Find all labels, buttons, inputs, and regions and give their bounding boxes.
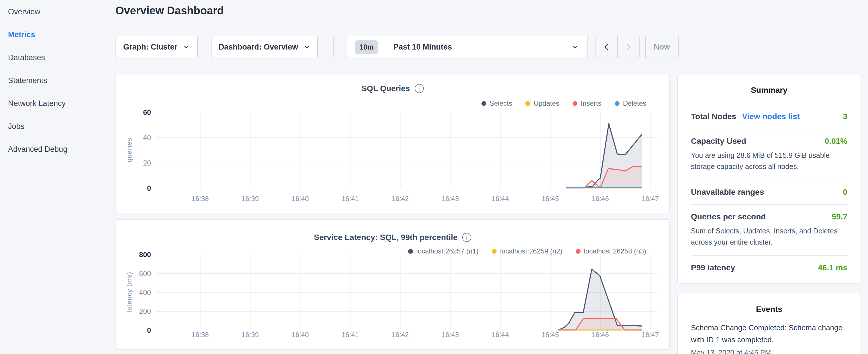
svg-text:400: 400 <box>139 288 151 296</box>
summary-row-description: You are using 28.6 MiB of 515.9 GiB usab… <box>691 150 847 172</box>
page-title: Overview Dashboard <box>116 5 224 17</box>
svg-text:60: 60 <box>143 108 151 116</box>
legend-item[interactable]: Inserts <box>572 99 601 107</box>
legend-label: Updates <box>534 99 559 107</box>
legend-dot-icon <box>525 101 530 106</box>
info-icon[interactable] <box>462 233 471 242</box>
svg-text:16:43: 16:43 <box>442 331 459 339</box>
graph-dropdown-label: Graph: Cluster <box>123 43 177 52</box>
service-latency-chart-card: Service Latency: SQL, 99th percentile lo… <box>116 219 670 350</box>
legend-item[interactable]: Deletes <box>615 99 646 107</box>
event-message: Schema Change Completed: Schema change w… <box>691 322 847 346</box>
svg-text:16:40: 16:40 <box>292 195 309 202</box>
summary-title: Summary <box>678 86 861 95</box>
events-panel: Events Schema Change Completed: Schema c… <box>677 293 861 354</box>
sidebar-item-jobs[interactable]: Jobs <box>8 122 115 131</box>
legend-label: localhost:26258 (n3) <box>584 247 646 255</box>
summary-row-p99-latency: P99 latency 46.1 ms <box>691 255 847 280</box>
view-nodes-list-link[interactable]: View nodes list <box>742 112 800 121</box>
chevron-down-icon <box>183 43 190 51</box>
legend-dot-icon <box>576 249 581 254</box>
summary-row-unavailable-ranges: Unavailable ranges 0 <box>691 180 847 204</box>
svg-text:16:47: 16:47 <box>642 331 659 339</box>
sidebar-item-databases[interactable]: Databases <box>8 53 115 62</box>
info-icon[interactable] <box>415 84 424 93</box>
summary-row-label: Capacity Used <box>691 137 746 146</box>
sidebar-item-metrics[interactable]: Metrics <box>8 30 115 39</box>
svg-text:16:45: 16:45 <box>541 195 559 202</box>
controls-divider <box>333 37 334 57</box>
sidebar-item-statements[interactable]: Statements <box>8 76 115 85</box>
summary-row-capacity-used: Capacity Used 0.01% You are using 28.6 M… <box>691 129 847 180</box>
events-title: Events <box>678 305 861 314</box>
legend-item[interactable]: localhost:26259 (n2) <box>492 247 562 255</box>
time-range-badge: 10m <box>355 40 378 54</box>
time-step-back-button[interactable] <box>596 36 617 58</box>
chart-plot[interactable]: 16:3816:3916:4016:4116:4216:4316:4416:45… <box>116 74 669 213</box>
svg-text:16:39: 16:39 <box>242 331 259 339</box>
time-range-dropdown[interactable]: 10m Past 10 Minutes <box>346 36 588 58</box>
time-step-forward-button[interactable] <box>617 36 639 58</box>
svg-text:0: 0 <box>147 326 151 334</box>
summary-row-total-nodes: Total Nodes View nodes list 3 <box>691 104 847 129</box>
summary-row-value: 0 <box>843 188 847 197</box>
dashboard-dropdown-label: Dashboard: Overview <box>219 43 298 52</box>
dashboard-dropdown[interactable]: Dashboard: Overview <box>212 36 318 58</box>
sidebar-item-advanced-debug[interactable]: Advanced Debug <box>8 145 115 154</box>
legend-dot-icon <box>492 249 497 254</box>
chevron-right-icon <box>624 42 633 52</box>
sidebar-item-overview[interactable]: Overview <box>8 7 115 16</box>
legend-dot-icon <box>615 101 620 106</box>
summary-row-description: Sum of Selects, Updates, Inserts, and De… <box>691 225 847 248</box>
now-button-label: Now <box>654 43 670 52</box>
summary-row-value: 46.1 ms <box>818 263 847 272</box>
svg-text:20: 20 <box>143 159 151 167</box>
legend-label: Selects <box>490 99 513 107</box>
svg-text:16:40: 16:40 <box>292 331 309 339</box>
svg-text:16:46: 16:46 <box>592 331 609 339</box>
svg-text:16:42: 16:42 <box>392 195 409 202</box>
summary-panel: Summary Total Nodes View nodes list 3 Ca… <box>677 74 861 284</box>
summary-row-label: Total Nodes <box>691 112 736 121</box>
legend-dot-icon <box>572 101 578 106</box>
svg-text:16:41: 16:41 <box>342 195 359 202</box>
svg-text:16:38: 16:38 <box>192 195 209 202</box>
legend-dot-icon <box>482 101 486 106</box>
svg-text:16:39: 16:39 <box>242 195 259 202</box>
svg-text:16:42: 16:42 <box>392 331 409 339</box>
legend-label: localhost:26257 (n1) <box>416 247 478 255</box>
time-step-buttons <box>595 36 640 58</box>
svg-text:16:44: 16:44 <box>492 331 509 339</box>
legend-item[interactable]: localhost:26258 (n3) <box>576 247 646 255</box>
summary-row-label: Queries per second <box>691 212 766 221</box>
summary-row-value: 3 <box>843 112 847 121</box>
time-range-label: Past 10 Minutes <box>394 43 452 52</box>
svg-text:16:38: 16:38 <box>192 331 209 339</box>
legend-item[interactable]: localhost:26257 (n1) <box>408 247 478 255</box>
svg-text:0: 0 <box>147 184 151 192</box>
chart-title: SQL Queries <box>361 84 410 93</box>
svg-text:200: 200 <box>139 307 151 315</box>
sidebar-item-network-latency[interactable]: Network Latency <box>8 99 115 108</box>
svg-text:16:47: 16:47 <box>642 195 659 202</box>
svg-text:40: 40 <box>143 133 151 141</box>
event-list-item[interactable]: Schema Change Completed: Schema change w… <box>691 322 847 354</box>
chevron-left-icon <box>602 42 611 52</box>
chevron-down-icon <box>303 43 311 51</box>
svg-text:800: 800 <box>139 251 151 259</box>
sidebar: Overview Metrics Databases Statements Ne… <box>0 0 115 168</box>
graph-dropdown[interactable]: Graph: Cluster <box>116 36 198 58</box>
legend-label: localhost:26259 (n2) <box>500 247 562 255</box>
legend-label: Deletes <box>623 99 646 107</box>
now-button[interactable]: Now <box>645 36 679 58</box>
chart-legend: localhost:26257 (n1)localhost:26259 (n2)… <box>408 247 646 255</box>
event-timestamp: May 13, 2020 at 4:45 PM <box>691 349 847 354</box>
legend-dot-icon <box>408 249 413 254</box>
legend-label: Inserts <box>581 99 601 107</box>
svg-text:16:46: 16:46 <box>592 195 609 202</box>
svg-text:16:45: 16:45 <box>541 331 559 339</box>
summary-row-queries-per-second: Queries per second 59.7 Sum of Selects, … <box>691 204 847 255</box>
summary-row-label: P99 latency <box>691 263 735 272</box>
legend-item[interactable]: Selects <box>482 99 513 107</box>
legend-item[interactable]: Updates <box>525 99 559 107</box>
